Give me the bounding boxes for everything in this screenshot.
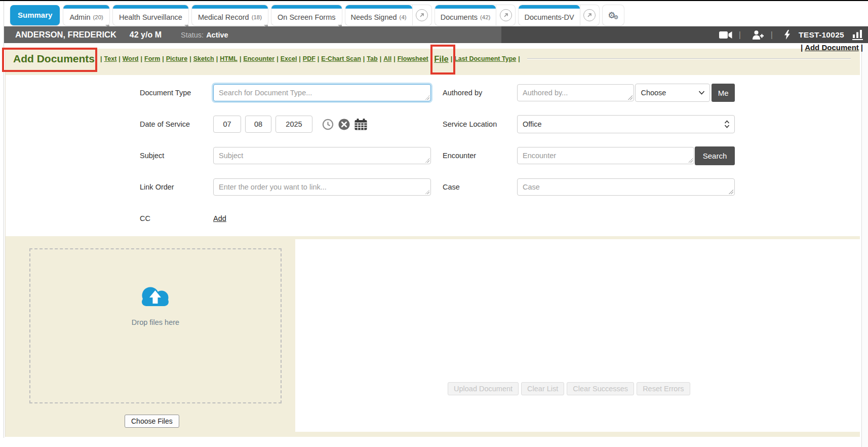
add-document-link[interactable]: Add Document — [805, 43, 859, 52]
clock-icon[interactable] — [322, 119, 334, 130]
popout-arrow-icon — [500, 9, 512, 21]
clear-successes-button[interactable]: Clear Successes — [567, 382, 634, 395]
link-e-chart-scan[interactable]: E-Chart Scan — [321, 55, 361, 62]
link-text[interactable]: Text — [104, 55, 117, 62]
tab-bar: Summary Admin(20) Health Surveillance Me… — [4, 1, 868, 26]
tab-summary[interactable]: Summary — [10, 5, 60, 25]
add-document-top-link-row: |Add Document| — [801, 43, 863, 52]
tab-needs-signed[interactable]: Needs Signed(4) — [345, 5, 412, 25]
link-file[interactable]: File — [434, 54, 448, 63]
tab-label: Health Surveillance — [119, 9, 182, 25]
popout-arrow-icon — [416, 9, 428, 21]
cloud-upload-icon — [135, 283, 176, 314]
clear-x-icon[interactable] — [338, 119, 350, 130]
upload-document-button[interactable]: Upload Document — [448, 382, 519, 395]
bar-chart-icon[interactable] — [852, 30, 863, 40]
header-divider — [527, 58, 851, 59]
add-documents-page: Summary Admin(20) Health Surveillance Me… — [0, 0, 868, 447]
tab-label: Admin — [69, 9, 90, 25]
form-row: CC Add — [6, 203, 860, 234]
upload-actions: Upload Document Clear List Clear Success… — [448, 382, 690, 395]
link-html[interactable]: HTML — [220, 55, 238, 62]
file-drop-zone[interactable]: Drop files here — [29, 248, 282, 403]
tab-label: Needs Signed — [351, 9, 397, 25]
link-excel[interactable]: Excel — [281, 55, 297, 62]
calendar-icon[interactable] — [354, 119, 367, 130]
tab-documents-dv-popout[interactable] — [580, 5, 599, 25]
tab-documents-dv[interactable]: Documents-DV — [519, 5, 579, 25]
case-input[interactable] — [517, 178, 735, 196]
encounter-search-button[interactable]: Search — [695, 146, 735, 165]
patient-info: ANDERSON, FREDERICK 42 y/o M Status: Act… — [4, 26, 501, 43]
status-value: Active — [206, 31, 228, 39]
add-person-icon[interactable] — [752, 30, 764, 40]
tab-health-surveillance[interactable]: Health Surveillance — [113, 5, 188, 25]
link-sketch[interactable]: Sketch — [193, 55, 214, 62]
gear-icon-small: ⚙ — [613, 15, 618, 20]
tab-admin[interactable]: Admin(20) — [63, 5, 109, 25]
link-tab[interactable]: Tab — [367, 55, 377, 62]
tab-label: Documents-DV — [524, 9, 574, 25]
choose-files-button[interactable]: Choose Files — [125, 415, 179, 428]
tab-needs-signed-group: Needs Signed(4) — [345, 5, 431, 25]
form-row: Link Order Case — [6, 171, 860, 203]
link-order-label: Link Order — [140, 183, 213, 191]
tab-documents[interactable]: Documents(42) — [435, 5, 496, 25]
link-word[interactable]: Word — [123, 55, 139, 62]
settings-gear-button[interactable]: ⚙⚙ — [603, 5, 624, 25]
date-day-input[interactable] — [245, 116, 271, 133]
me-button[interactable]: Me — [712, 84, 735, 102]
date-year-input[interactable] — [275, 116, 312, 133]
date-month-input[interactable] — [213, 116, 241, 133]
tab-label: Documents — [441, 9, 478, 25]
scrollbar-track[interactable] — [861, 43, 868, 447]
link-all[interactable]: All — [383, 55, 391, 62]
pipe: | — [861, 43, 863, 52]
status-label: Status: — [181, 31, 204, 39]
link-picture[interactable]: Picture — [166, 55, 187, 62]
tab-count: (4) — [400, 9, 407, 25]
tab-label: Summary — [18, 11, 52, 19]
patient-age-sex: 42 y/o M — [130, 30, 162, 40]
tab-label: On Screen Forms — [278, 9, 335, 25]
tab-medical-record[interactable]: Medical Record(18) — [192, 5, 268, 25]
pipe: | — [801, 43, 803, 52]
video-camera-icon[interactable] — [719, 31, 732, 39]
tab-needs-signed-popout[interactable] — [412, 5, 431, 25]
page-title: Add Documents — [13, 53, 95, 64]
encounter-label: Encounter — [443, 152, 517, 160]
form-row: Subject Encounter Search — [6, 140, 860, 171]
tab-documents-popout[interactable] — [496, 5, 515, 25]
link-form[interactable]: Form — [144, 55, 160, 62]
link-order-input[interactable] — [213, 178, 431, 196]
service-location-label: Service Location — [443, 120, 517, 128]
clear-list-button[interactable]: Clear List — [521, 382, 564, 395]
link-pdf[interactable]: PDF — [303, 55, 315, 62]
document-form: Document Type Authored by Choose Me Date… — [6, 75, 860, 236]
document-type-input[interactable] — [213, 84, 431, 101]
patient-banner: ANDERSON, FREDERICK 42 y/o M Status: Act… — [4, 26, 868, 43]
form-row: Date of Service Service Location Office — [6, 108, 860, 140]
left-border — [4, 1, 4, 438]
link-last-document-type[interactable]: Last Document Type — [454, 55, 516, 62]
tab-on-screen-forms[interactable]: On Screen Forms — [271, 5, 341, 25]
service-location-select[interactable]: Office — [517, 115, 735, 133]
document-type-links: | Text| Word| Form| Picture| Sketch| HTM… — [98, 54, 522, 64]
authored-by-input[interactable] — [517, 84, 634, 101]
lightning-bolt-icon[interactable] — [784, 30, 791, 40]
reset-errors-button[interactable]: Reset Errors — [637, 382, 690, 395]
authored-by-choose-select[interactable]: Choose — [635, 84, 710, 102]
tab-count: (20) — [93, 9, 103, 25]
tab-label: Medical Record — [198, 9, 249, 25]
tab-documents-group: Documents(42) — [435, 5, 516, 25]
link-encounter[interactable]: Encounter — [243, 55, 274, 62]
form-row: Document Type Authored by Choose Me — [6, 77, 860, 108]
add-documents-panel: Add Documents | Text| Word| Form| Pictur… — [5, 49, 860, 437]
authored-by-label: Authored by — [443, 89, 517, 97]
patient-name: ANDERSON, FREDERICK — [15, 30, 116, 40]
subject-input[interactable] — [213, 147, 431, 164]
encounter-input[interactable] — [517, 147, 694, 164]
up-down-arrows-icon — [724, 120, 730, 129]
cc-add-link[interactable]: Add — [213, 214, 226, 222]
link-flowsheet[interactable]: Flowsheet — [398, 55, 428, 62]
